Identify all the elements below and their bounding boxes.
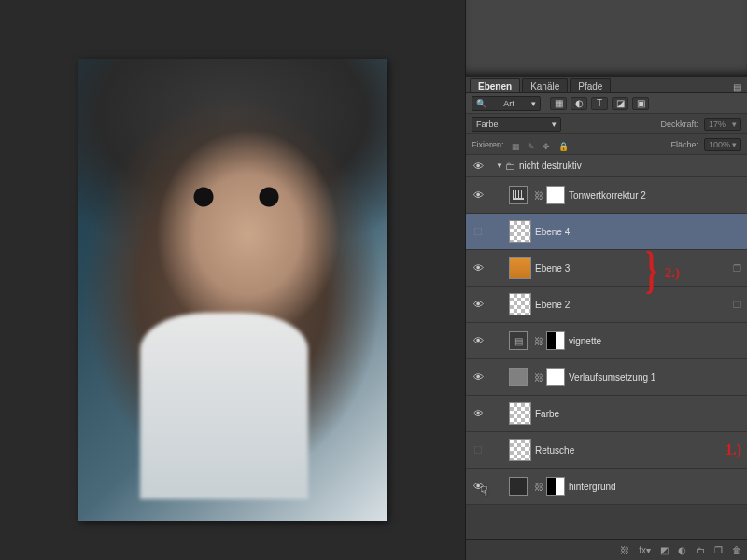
layer-row[interactable]: 👁 ⛓ Verlaufsumsetzung 1 (466, 359, 747, 396)
mask-icon[interactable]: ◩ (660, 545, 669, 555)
collapsed-panel-above (466, 0, 747, 77)
lock-fill-row: Fixieren: ▦ ✎ ✥ 🔒 Fläche: 100%▾ (466, 134, 747, 155)
layer-thumb[interactable] (509, 477, 528, 496)
visibility-toggle[interactable]: ☐ (470, 226, 486, 238)
mask-thumb[interactable] (546, 331, 565, 350)
filter-icons: ▦ ◐ T ◪ ▣ (550, 97, 649, 110)
folder-disclosure-icon[interactable]: ▼ (496, 161, 505, 170)
blend-mode-select[interactable]: Farbe ▾ (472, 117, 561, 132)
visibility-toggle[interactable]: 👁 (470, 262, 486, 273)
lock-position-icon[interactable]: ✥ (543, 142, 550, 151)
layer-row[interactable]: 👁 Ebene 2 ❐ (466, 287, 747, 323)
mask-thumb[interactable] (546, 477, 565, 496)
annotation-text: 1.) (726, 441, 741, 458)
layer-name[interactable]: nicht destruktiv (519, 161, 741, 171)
layer-name[interactable]: Ebene 2 (535, 300, 729, 310)
lock-label: Fixieren: (472, 140, 504, 149)
visibility-toggle[interactable]: 👁 (470, 335, 486, 346)
tab-layers[interactable]: Ebenen (470, 78, 520, 92)
layer-thumb[interactable] (509, 220, 531, 243)
layer-thumb[interactable] (509, 257, 531, 279)
filter-pixel-icon[interactable]: ▦ (550, 97, 567, 110)
search-icon: 🔍 (476, 99, 486, 108)
lock-icons: ▦ ✎ ✥ 🔒 (510, 136, 571, 153)
visibility-toggle[interactable]: 👁 (470, 408, 486, 419)
layers-bottom-toolbar: ⛓ fx▾ ◩ ◐ 🗀 ❐ 🗑 (466, 539, 747, 560)
layer-filter-row: 🔍 Art ▾ ▦ ◐ T ◪ ▣ (466, 93, 747, 114)
document-image[interactable] (78, 59, 387, 521)
filter-type-icon[interactable]: T (591, 97, 608, 110)
visibility-toggle[interactable]: 👁 (470, 161, 486, 172)
visibility-toggle[interactable]: 👁 (470, 371, 486, 383)
folder-icon: 🗀 (505, 161, 515, 172)
adjustment-thumb[interactable] (509, 186, 528, 204)
layer-row[interactable]: 👁 Ebene 3 ❐ (466, 250, 747, 287)
adjustment-icon[interactable]: ◐ (678, 545, 686, 555)
layer-row[interactable]: ☐ Retusche 1.) (466, 432, 747, 469)
layer-row[interactable]: 👁 Farbe (466, 396, 747, 432)
layer-thumb[interactable] (509, 293, 531, 315)
opacity-label: Deckkraft: (660, 119, 698, 129)
link-icon[interactable]: ⛓ (534, 190, 543, 201)
layer-group-row[interactable]: 👁 ▼ 🗀 nicht destruktiv (466, 155, 747, 177)
filter-adjust-icon[interactable]: ◐ (571, 97, 587, 110)
new-layer-icon[interactable]: ❐ (714, 545, 723, 555)
layer-row[interactable]: ☐ Ebene 4 (466, 214, 747, 250)
group-icon[interactable]: 🗀 (696, 545, 705, 555)
opacity-value[interactable]: 17%▾ (704, 118, 741, 131)
layer-row[interactable]: 👁 ▤ ⛓ vignette (466, 323, 747, 359)
canvas-area (0, 0, 465, 560)
layer-name[interactable]: vignette (569, 336, 741, 346)
fill-label: Fläche: (670, 140, 698, 149)
panel-tabs: Ebenen Kanäle Pfade ▤ (466, 77, 747, 93)
visibility-toggle[interactable]: ☐ (470, 444, 486, 456)
tab-channels[interactable]: Kanäle (522, 78, 568, 92)
link-icon[interactable]: ⛓ (534, 482, 543, 492)
chevron-down-icon: ▾ (552, 119, 557, 129)
tab-paths[interactable]: Pfade (570, 78, 611, 92)
adjustment-thumb[interactable] (509, 368, 528, 386)
layer-name[interactable]: Retusche (535, 445, 720, 455)
copy-badge-icon: ❐ (733, 263, 741, 273)
lock-transparency-icon[interactable]: ▦ (512, 142, 520, 151)
layers-panel: Ebenen Kanäle Pfade ▤ 🔍 Art ▾ ▦ ◐ T ◪ ▣ … (465, 0, 747, 560)
visibility-toggle[interactable]: 👁 (470, 481, 486, 492)
filter-label: Art (503, 99, 514, 108)
blend-opacity-row: Farbe ▾ Deckkraft: 17%▾ (466, 114, 747, 134)
lock-pixels-icon[interactable]: ✎ (528, 142, 535, 151)
layer-row[interactable]: 👁 ⛓ Tonwertkorrektur 2 (466, 177, 747, 214)
layer-name[interactable]: Verlaufsumsetzung 1 (569, 372, 741, 383)
layers-list: 👁 ▼ 🗀 nicht destruktiv 👁 ⛓ Tonwertkorrek… (466, 155, 747, 505)
link-layers-icon[interactable]: ⛓ (620, 545, 629, 555)
link-icon[interactable]: ⛓ (534, 372, 543, 383)
layer-name[interactable]: Tonwertkorrektur 2 (569, 190, 741, 201)
mask-thumb[interactable] (546, 186, 565, 204)
layer-row[interactable]: 👁 ⛓ hintergrund (466, 469, 747, 505)
layer-name[interactable]: Ebene 4 (535, 227, 741, 237)
layer-filter-select[interactable]: 🔍 Art ▾ (472, 96, 541, 111)
adjustment-thumb[interactable]: ▤ (509, 331, 528, 350)
layer-name[interactable]: hintergrund (569, 482, 741, 492)
copy-badge-icon: ❐ (733, 300, 741, 310)
layer-thumb[interactable] (509, 439, 531, 461)
link-icon[interactable]: ⛓ (534, 336, 543, 346)
filter-smart-icon[interactable]: ▣ (632, 97, 649, 110)
panel-menu-icon[interactable]: ▤ (733, 82, 741, 92)
fx-icon[interactable]: fx▾ (639, 545, 651, 555)
fill-value[interactable]: 100%▾ (704, 138, 741, 151)
layer-thumb[interactable] (509, 402, 531, 425)
lock-all-icon[interactable]: 🔒 (558, 142, 569, 151)
layer-name[interactable]: Ebene 3 (535, 263, 729, 273)
layer-name[interactable]: Farbe (535, 409, 741, 419)
visibility-toggle[interactable]: 👁 (470, 189, 486, 201)
blend-mode-value: Farbe (476, 119, 499, 129)
visibility-toggle[interactable]: 👁 (470, 299, 486, 310)
delete-icon[interactable]: 🗑 (732, 545, 741, 555)
chevron-down-icon: ▾ (531, 99, 536, 108)
filter-shape-icon[interactable]: ◪ (612, 97, 628, 110)
mask-thumb[interactable] (546, 368, 565, 386)
